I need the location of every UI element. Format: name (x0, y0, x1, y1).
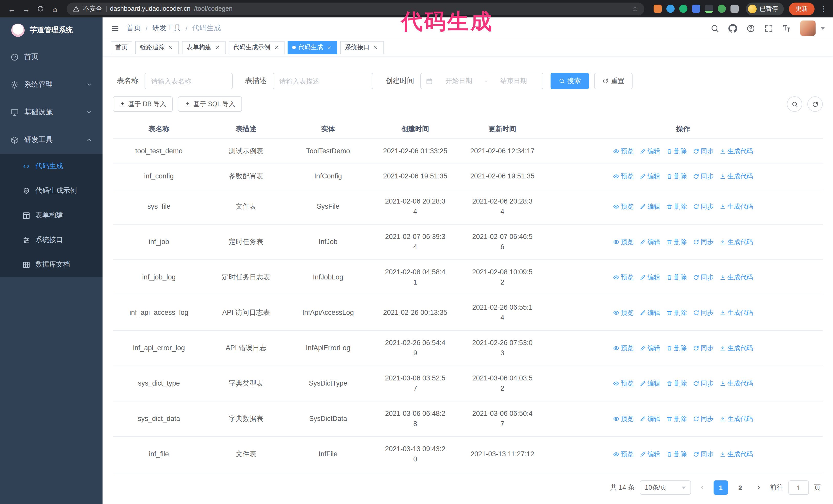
sidebar-item-codegen[interactable]: 代码生成 (0, 154, 102, 178)
sidebar-item-codegen-example[interactable]: 代码生成示例 (0, 178, 102, 203)
sync-link[interactable]: 同步 (693, 201, 714, 212)
home-button[interactable]: ⌂ (48, 2, 62, 16)
tag-form-builder[interactable]: 表单构建 (182, 41, 225, 54)
generate-code-link[interactable]: 生成代码 (720, 171, 753, 182)
extension-icon[interactable] (705, 5, 713, 13)
sync-link[interactable]: 同步 (693, 237, 714, 247)
generate-code-link[interactable]: 生成代码 (720, 343, 753, 353)
sidebar-item-db-doc[interactable]: 数据库文档 (0, 252, 102, 277)
edit-link[interactable]: 编辑 (640, 378, 660, 389)
preview-link[interactable]: 预览 (613, 171, 634, 182)
tag-trace[interactable]: 链路追踪 (135, 41, 179, 54)
preview-link[interactable]: 预览 (613, 308, 634, 318)
github-icon[interactable] (729, 24, 737, 32)
close-icon[interactable] (372, 44, 379, 51)
tag-system-api[interactable]: 系统接口 (340, 41, 384, 54)
delete-link[interactable]: 删除 (666, 237, 687, 247)
search-icon[interactable] (711, 24, 719, 32)
delete-link[interactable]: 删除 (666, 146, 687, 157)
sidebar-toggle-button[interactable] (111, 24, 119, 32)
browser-menu-button[interactable]: ⋮ (820, 4, 828, 13)
refresh-table-button[interactable] (807, 96, 823, 112)
sidebar-item-system[interactable]: 系统管理 (0, 71, 102, 98)
fullscreen-icon[interactable] (764, 24, 773, 32)
address-bar[interactable]: 不安全 dashboard.yudao.iocoder.cn/tool/code… (67, 2, 644, 15)
sync-link[interactable]: 同步 (693, 308, 714, 318)
preview-link[interactable]: 预览 (613, 146, 634, 157)
table-desc-input[interactable] (273, 73, 373, 89)
generate-code-link[interactable]: 生成代码 (720, 201, 753, 212)
extension-icon[interactable] (718, 5, 726, 13)
sync-link[interactable]: 同步 (693, 414, 714, 424)
delete-link[interactable]: 删除 (666, 308, 687, 318)
preview-link[interactable]: 预览 (613, 237, 634, 247)
avatar-caret-icon[interactable] (821, 27, 825, 29)
edit-link[interactable]: 编辑 (640, 146, 660, 157)
breadcrumb-dev-tools[interactable]: 研发工具 (152, 24, 181, 33)
preview-link[interactable]: 预览 (613, 343, 634, 353)
help-icon[interactable] (746, 24, 755, 32)
generate-code-link[interactable]: 生成代码 (720, 378, 753, 389)
preview-link[interactable]: 预览 (613, 272, 634, 283)
sidebar-item-system-api[interactable]: 系统接口 (0, 227, 102, 252)
extension-icon[interactable] (692, 5, 700, 13)
prev-page-button[interactable] (696, 480, 709, 495)
tag-home[interactable]: 首页 (111, 41, 132, 54)
delete-link[interactable]: 删除 (666, 343, 687, 353)
generate-code-link[interactable]: 生成代码 (720, 237, 753, 247)
edit-link[interactable]: 编辑 (640, 171, 660, 182)
close-icon[interactable] (167, 44, 174, 51)
bookmark-star-icon[interactable]: ☆ (632, 5, 638, 13)
goto-page-input[interactable] (788, 480, 809, 495)
delete-link[interactable]: 删除 (666, 378, 687, 389)
close-icon[interactable] (326, 44, 333, 51)
chrome-update-button[interactable]: 更新 (789, 2, 814, 15)
breadcrumb-home[interactable]: 首页 (127, 24, 141, 33)
extension-icon[interactable] (666, 5, 674, 13)
generate-code-link[interactable]: 生成代码 (720, 414, 753, 424)
page-size-select[interactable]: 10条/页 (640, 480, 691, 495)
sidebar-item-home[interactable]: 首页 (0, 43, 102, 71)
user-avatar[interactable] (800, 21, 815, 36)
preview-link[interactable]: 预览 (613, 449, 634, 459)
edit-link[interactable]: 编辑 (640, 308, 660, 318)
reload-button[interactable] (34, 2, 47, 16)
import-sql-button[interactable]: 基于 SQL 导入 (178, 96, 242, 112)
sidebar-item-infrastructure[interactable]: 基础设施 (0, 98, 102, 126)
sync-link[interactable]: 同步 (693, 343, 714, 353)
sync-link[interactable]: 同步 (693, 378, 714, 389)
tag-codegen-example[interactable]: 代码生成示例 (229, 41, 285, 54)
edit-link[interactable]: 编辑 (640, 414, 660, 424)
extension-icon[interactable] (679, 5, 687, 13)
preview-link[interactable]: 预览 (613, 201, 634, 212)
close-icon[interactable] (214, 44, 221, 51)
sync-link[interactable]: 同步 (693, 449, 714, 459)
edit-link[interactable]: 编辑 (640, 237, 660, 247)
generate-code-link[interactable]: 生成代码 (720, 146, 753, 157)
close-icon[interactable] (273, 44, 280, 51)
delete-link[interactable]: 删除 (666, 272, 687, 283)
import-db-button[interactable]: 基于 DB 导入 (113, 96, 173, 112)
sidebar-item-dev-tools[interactable]: 研发工具 (0, 126, 102, 154)
toggle-search-button[interactable] (787, 96, 802, 112)
search-button[interactable]: 搜索 (551, 73, 589, 89)
forward-button[interactable]: → (20, 2, 33, 16)
page-button-1[interactable]: 1 (714, 480, 728, 495)
delete-link[interactable]: 删除 (666, 201, 687, 212)
next-page-button[interactable] (753, 480, 765, 495)
sidebar-item-form-builder[interactable]: 表单构建 (0, 203, 102, 227)
sync-link[interactable]: 同步 (693, 171, 714, 182)
delete-link[interactable]: 删除 (666, 414, 687, 424)
preview-link[interactable]: 预览 (613, 414, 634, 424)
sync-link[interactable]: 同步 (693, 146, 714, 157)
reset-button[interactable]: 重置 (594, 73, 633, 89)
edit-link[interactable]: 编辑 (640, 449, 660, 459)
page-button-2[interactable]: 2 (733, 480, 747, 495)
preview-link[interactable]: 预览 (613, 378, 634, 389)
extension-icon[interactable] (653, 5, 662, 13)
generate-code-link[interactable]: 生成代码 (720, 449, 753, 459)
app-logo[interactable]: 芋道管理系统 (0, 18, 102, 43)
create-time-range-picker[interactable]: 开始日期 - 结束日期 (420, 73, 543, 89)
profile-sync-paused-badge[interactable]: 已暂停 (746, 2, 784, 15)
edit-link[interactable]: 编辑 (640, 272, 660, 283)
